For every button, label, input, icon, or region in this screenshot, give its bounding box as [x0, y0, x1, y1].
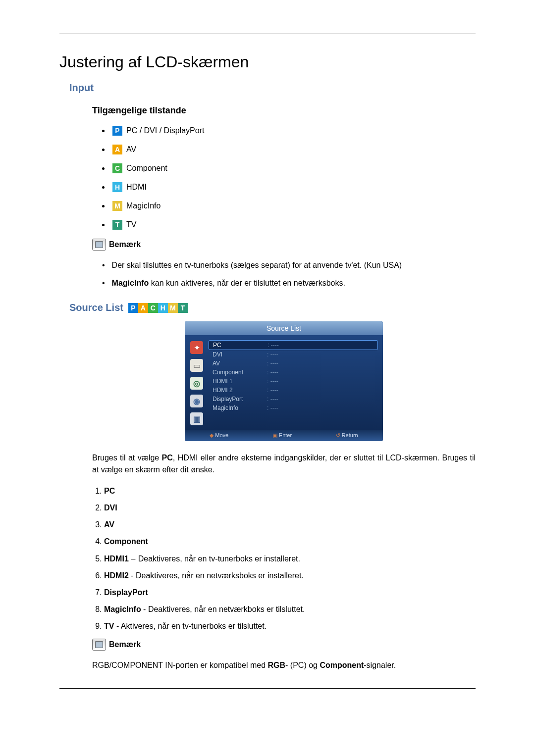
osd-side-icon-3: ◎	[190, 377, 203, 390]
source-list-heading: Source List	[69, 302, 123, 313]
strip-p-icon: P	[128, 303, 138, 313]
bottom-rule	[59, 688, 476, 689]
list-item: DVI	[104, 504, 476, 512]
mode-item-av: A AV	[102, 145, 476, 154]
top-rule	[59, 34, 476, 34]
osd-row: DVI: ----	[209, 350, 378, 359]
note2-text: RGB/COMPONENT IN-porten er kompatibel me…	[92, 659, 476, 671]
mode-p-label: PC / DVI / DisplayPort	[126, 126, 204, 135]
osd-list: PC: ---- DVI: ---- AV: ---- Component: -…	[209, 338, 383, 430]
mode-p-icon: P	[112, 126, 122, 136]
mode-item-magicinfo: M MagicInfo	[102, 201, 476, 211]
source-numbered-list: PC DVI AV Component HDMI1 ‒ Deaktiveres,…	[104, 487, 476, 631]
strip-a-icon: A	[138, 303, 148, 313]
list-item: HDMI1 ‒ Deaktiveres, når en tv-tunerboks…	[104, 554, 476, 563]
osd-side-icon-5: ▥	[190, 412, 203, 425]
strip-h-icon: H	[158, 303, 168, 313]
list-item: Component	[104, 537, 476, 546]
osd-sidebar: ✦ ▭ ◎ ◉ ▥	[185, 338, 209, 430]
modes-heading: Tilgængelige tilstande	[92, 105, 476, 116]
page-title: Justering af LCD-skærmen	[59, 53, 476, 71]
osd-title: Source List	[185, 321, 383, 335]
osd-row: Component: ----	[209, 368, 378, 377]
note-bullet-2: MagicInfo kan kun aktiveres, når der er …	[102, 277, 476, 289]
mode-c-icon: C	[112, 163, 122, 173]
list-item: PC	[104, 487, 476, 496]
list-item: MagicInfo - Deaktiveres, når en netværkb…	[104, 605, 476, 614]
mode-h-label: HDMI	[126, 183, 147, 192]
mode-a-label: AV	[126, 145, 136, 154]
mode-c-label: Component	[126, 164, 167, 173]
source-description: Bruges til at vælge PC, HDMI eller andre…	[92, 452, 476, 476]
osd-row: HDMI 1: ----	[209, 377, 378, 386]
mode-m-label: MagicInfo	[126, 202, 160, 210]
section-input: Input	[69, 82, 476, 94]
source-icon-strip: P A C H M T	[128, 303, 188, 313]
osd-row: HDMI 2: ----	[209, 386, 378, 395]
osd-screenshot: Source List ✦ ▭ ◎ ◉ ▥ PC: ---- DVI: ----…	[185, 321, 383, 441]
osd-row: PC: ----	[209, 340, 378, 350]
osd-row: MagicInfo: ----	[209, 403, 378, 412]
mode-a-icon: A	[112, 145, 122, 154]
mode-item-pc: P PC / DVI / DisplayPort	[102, 126, 476, 136]
mode-item-component: C Component	[102, 163, 476, 173]
osd-footer: ◆ Move ▣ Enter ↺ Return	[185, 430, 383, 441]
mode-t-label: TV	[126, 220, 136, 229]
mode-h-icon: H	[112, 182, 122, 192]
mode-t-icon: T	[112, 220, 122, 230]
note-icon	[92, 639, 106, 651]
note-bullet-1: Der skal tilsluttes en tv-tunerboks (sæl…	[102, 259, 476, 271]
list-item: DisplayPort	[104, 588, 476, 597]
osd-side-icon-4: ◉	[190, 395, 203, 407]
mode-list: P PC / DVI / DisplayPort A AV C Componen…	[102, 126, 476, 230]
note-label-2: Bemærk	[109, 640, 141, 649]
osd-row: AV: ----	[209, 359, 378, 368]
osd-side-icon-1: ✦	[190, 341, 203, 354]
strip-c-icon: C	[148, 303, 158, 313]
note-icon	[92, 239, 106, 251]
strip-m-icon: M	[168, 303, 178, 313]
osd-row: DisplayPort: ----	[209, 395, 378, 403]
list-item: AV	[104, 520, 476, 529]
note-label: Bemærk	[109, 240, 141, 249]
mode-m-icon: M	[112, 201, 122, 211]
mode-item-tv: T TV	[102, 220, 476, 230]
mode-item-hdmi: H HDMI	[102, 182, 476, 192]
osd-side-icon-2: ▭	[190, 359, 203, 372]
list-item: HDMI2 - Deaktiveres, når en netværksboks…	[104, 571, 476, 580]
note-bullets: Der skal tilsluttes en tv-tunerboks (sæl…	[102, 259, 476, 289]
list-item: TV - Aktiveres, når en tv-tunerboks er t…	[104, 622, 476, 631]
strip-t-icon: T	[178, 303, 188, 313]
